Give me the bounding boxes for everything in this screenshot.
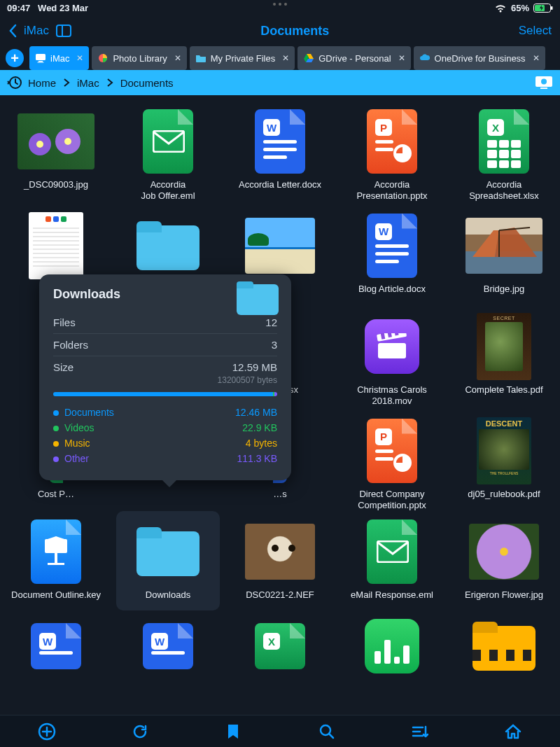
bottom-toolbar [0, 715, 560, 747]
file-label: Accordia Presentation.pptx [352, 176, 431, 202]
nav-bar: iMac Documents Select [0, 15, 560, 46]
svg-rect-9 [540, 88, 547, 89]
file-label: …s [269, 486, 291, 510]
mail-icon [377, 540, 409, 563]
sort-button[interactable] [411, 722, 429, 741]
sidebar-toggle-icon[interactable] [56, 25, 71, 37]
status-date: Wed 23 Mar [38, 3, 88, 13]
select-button[interactable]: Select [519, 24, 552, 38]
history-icon[interactable] [7, 75, 22, 90]
file-item[interactable]: W Accordia Letter.docx [224, 98, 336, 202]
file-item[interactable] [336, 610, 448, 673]
battery-icon [533, 4, 553, 13]
file-item[interactable]: P Direct Company Competition.pptx [336, 407, 448, 512]
file-label: Document Outline.key [7, 587, 105, 610]
add-tab-button[interactable]: + [3, 46, 27, 70]
folder-info-popover: Downloads Files12 Folders3 Size12.59 MB … [39, 274, 291, 480]
storage-category: Documents12.46 MB [53, 405, 277, 420]
multitask-dots-icon[interactable] [270, 3, 290, 6]
file-item[interactable]: X [224, 610, 336, 673]
file-item[interactable]: Document Outline.key [0, 511, 112, 610]
tab-photo-library[interactable]: Photo Library ✕ [92, 46, 186, 70]
file-label: DSC0221-2.NEF [241, 587, 318, 610]
file-item[interactable]: Bridge.jpg [448, 202, 560, 307]
breadcrumb-imac[interactable]: iMac [74, 77, 102, 89]
file-item[interactable]: W [0, 610, 112, 673]
chevron-right-icon [62, 78, 71, 88]
tab-private-files[interactable]: My Private Files ✕ [190, 46, 295, 70]
tab-gdrive[interactable]: GDrive - Personal ✕ [298, 46, 410, 70]
file-label: Accordia Spreadsheet.xlsx [465, 176, 543, 202]
file-item[interactable]: Erigeron Flower.jpg [448, 511, 560, 610]
close-tab-icon[interactable]: ✕ [282, 53, 289, 63]
page-title: Documents [71, 24, 519, 39]
file-item[interactable]: Christmas Carols 2018.mov [336, 306, 448, 407]
file-item-downloads[interactable]: Downloads [116, 511, 220, 610]
add-button[interactable] [38, 722, 56, 741]
screen-share-icon[interactable] [535, 76, 553, 90]
folders-label: Folders [53, 339, 88, 351]
file-label: dj05_rulebook.pdf [463, 486, 544, 510]
breadcrumb-documents[interactable]: Documents [118, 77, 176, 89]
svg-rect-3 [36, 54, 46, 60]
file-label: Accordia Job Offer.eml [136, 176, 199, 202]
file-item[interactable]: W Blog Article.docx [336, 202, 448, 307]
file-label: Erigeron Flower.jpg [461, 587, 547, 610]
breadcrumb-bar: Home iMac Documents [0, 70, 560, 95]
tab-strip: + iMac ✕ Photo Library ✕ My Private File… [0, 46, 560, 70]
gdrive-icon [303, 53, 314, 64]
back-label[interactable]: iMac [24, 24, 49, 38]
svg-rect-23 [45, 539, 67, 553]
tab-label: My Private Files [211, 53, 275, 64]
storage-bar [53, 392, 277, 396]
storage-category: Music4 bytes [53, 435, 277, 451]
svg-rect-5 [38, 62, 44, 63]
file-item[interactable]: X Accordia Spreadsheet.xlsx [448, 98, 560, 202]
size-label: Size [53, 361, 74, 373]
tab-onedrive[interactable]: OneDrive for Business ✕ [414, 46, 545, 70]
file-label: Accordia Letter.docx [234, 176, 326, 200]
file-item[interactable]: DESCENTTHE TROLLFENS dj05_rulebook.pdf [448, 407, 560, 512]
back-chevron-icon[interactable] [8, 24, 17, 38]
close-tab-icon[interactable]: ✕ [76, 53, 83, 63]
file-item[interactable]: eMail Response.eml [336, 511, 448, 610]
monitor-icon [35, 53, 46, 64]
file-item[interactable]: W [112, 610, 224, 673]
file-item[interactable] [448, 610, 560, 673]
file-label: Direct Company Competition.pptx [354, 486, 430, 512]
tab-label: GDrive - Personal [318, 53, 391, 64]
svg-rect-4 [38, 61, 43, 62]
svg-point-14 [64, 138, 71, 145]
search-button[interactable] [318, 722, 336, 741]
file-item[interactable]: DSC0221-2.NEF [224, 511, 336, 610]
home-button[interactable] [504, 722, 522, 741]
close-tab-icon[interactable]: ✕ [533, 53, 540, 63]
file-label: Bridge.jpg [479, 281, 529, 305]
svg-rect-2 [551, 6, 553, 10]
photos-icon [97, 53, 108, 64]
keynote-icon [42, 536, 70, 567]
storage-category: Other111.3 KB [53, 451, 277, 466]
file-label: Downloads [141, 587, 195, 610]
svg-point-13 [36, 141, 43, 148]
bookmark-button[interactable] [224, 722, 242, 741]
svg-rect-18 [378, 343, 406, 358]
file-item[interactable]: _DSC09003.jpg [0, 98, 112, 202]
breadcrumb-home[interactable]: Home [25, 77, 59, 89]
tab-imac[interactable]: iMac ✕ [29, 46, 89, 70]
battery-pct: 65% [511, 3, 529, 13]
file-item[interactable]: Accordia Job Offer.eml [112, 98, 224, 202]
file-item[interactable]: SECRET Complete Tales.pdf [448, 306, 560, 407]
close-tab-icon[interactable]: ✕ [398, 53, 405, 63]
folders-value: 3 [272, 339, 277, 351]
onedrive-icon [419, 53, 430, 64]
folder-icon [136, 221, 200, 270]
file-item[interactable]: P Accordia Presentation.pptx [336, 98, 448, 202]
reload-button[interactable] [131, 722, 149, 741]
file-label: Blog Article.docx [354, 281, 430, 305]
folder-icon [237, 281, 279, 315]
files-value: 12 [265, 316, 277, 328]
close-tab-icon[interactable]: ✕ [174, 53, 181, 63]
clapper-icon [377, 333, 407, 360]
svg-rect-24 [55, 553, 57, 563]
